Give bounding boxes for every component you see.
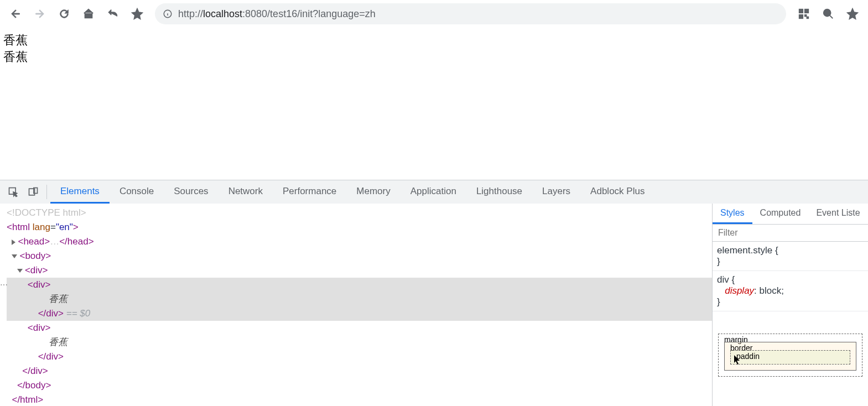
rule-element-style[interactable]: element.style { }	[713, 242, 868, 271]
qr-icon[interactable]	[793, 3, 815, 25]
page-text-1: 香蕉	[3, 32, 865, 49]
bookmark-button[interactable]	[126, 3, 148, 25]
undo-button[interactable]	[102, 3, 124, 25]
svg-rect-5	[799, 15, 803, 18]
box-model-diagram[interactable]: margin border paddin	[713, 328, 868, 382]
svg-rect-3	[799, 9, 803, 13]
url-bar[interactable]: http://localhost:8080/test16/init?langua…	[155, 3, 786, 24]
page-viewport: 香蕉 香蕉	[0, 28, 868, 180]
device-toolbar-icon[interactable]	[23, 180, 43, 204]
tab-memory[interactable]: Memory	[346, 180, 400, 204]
rule-div[interactable]: div { display: block; }	[713, 271, 868, 311]
svg-rect-6	[805, 15, 807, 17]
separator	[46, 185, 47, 199]
svg-line-9	[830, 15, 833, 19]
stab-computed[interactable]: Computed	[752, 204, 809, 224]
tab-lighthouse[interactable]: Lighthouse	[466, 180, 532, 204]
tab-elements[interactable]: Elements	[50, 180, 110, 204]
tab-layers[interactable]: Layers	[532, 180, 580, 204]
tab-console[interactable]: Console	[110, 180, 164, 204]
site-info-icon[interactable]	[163, 9, 173, 19]
home-button[interactable]	[77, 3, 100, 25]
devtools-tabbar: Elements Console Sources Network Perform…	[0, 180, 868, 204]
page-text-2: 香蕉	[3, 49, 865, 65]
inspect-element-icon[interactable]	[3, 180, 23, 204]
cursor-icon	[734, 355, 742, 365]
tab-adblock[interactable]: Adblock Plus	[580, 180, 654, 204]
styles-tabbar: Styles Computed Event Liste	[713, 204, 868, 225]
svg-rect-4	[805, 9, 808, 13]
elements-dom-tree[interactable]: ⋯ <!DOCTYPE html> <html lang="en"> <head…	[0, 204, 712, 406]
reload-button[interactable]	[53, 3, 75, 25]
zoom-out-icon[interactable]	[817, 3, 839, 25]
stab-event-listeners[interactable]: Event Liste	[808, 204, 867, 224]
stab-styles[interactable]: Styles	[713, 204, 752, 224]
devtools: Elements Console Sources Network Perform…	[0, 180, 868, 406]
tab-sources[interactable]: Sources	[164, 180, 218, 204]
tab-performance[interactable]: Performance	[273, 180, 346, 204]
bookmark-star-icon[interactable]	[841, 3, 864, 25]
browser-toolbar: http://localhost:8080/test16/init?langua…	[0, 0, 868, 28]
styles-panel: Styles Computed Event Liste element.styl…	[712, 204, 868, 406]
tab-network[interactable]: Network	[219, 180, 273, 204]
url-text: http://localhost:8080/test16/init?langua…	[178, 8, 376, 20]
tab-application[interactable]: Application	[401, 180, 466, 204]
back-button[interactable]	[4, 3, 27, 25]
svg-rect-7	[807, 17, 809, 19]
forward-button[interactable]	[29, 3, 51, 25]
styles-filter-input[interactable]	[713, 225, 868, 242]
